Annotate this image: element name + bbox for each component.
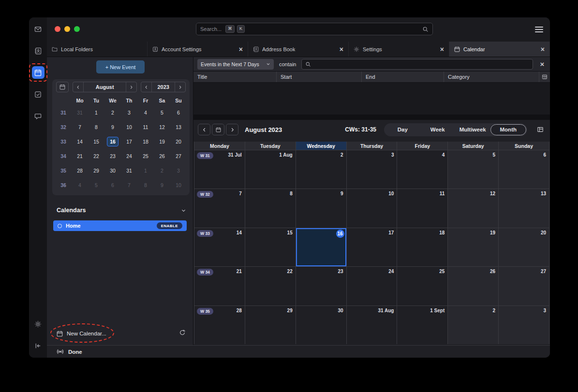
next-period-button[interactable]	[226, 124, 238, 135]
calendar-item-home[interactable]: HomeENABLE	[53, 220, 187, 231]
mini-day-cell[interactable]: 31	[121, 168, 137, 174]
mini-day-cell[interactable]: 10	[170, 182, 187, 188]
month-day-cell[interactable]: W 3131 Jul	[194, 150, 245, 189]
mini-day-cell[interactable]: 22	[88, 153, 104, 159]
month-day-cell[interactable]: 23	[296, 267, 347, 305]
tab-address-book[interactable]: Address Book×	[248, 42, 349, 57]
activity-mail-button[interactable]	[32, 23, 44, 35]
minimize-window-button[interactable]	[64, 26, 70, 32]
month-day-cell[interactable]: 15	[245, 228, 296, 266]
close-filter-button[interactable]: ×	[538, 60, 546, 68]
mini-day-cell[interactable]: 19	[154, 139, 170, 145]
month-day-cell[interactable]: 3	[499, 306, 549, 344]
mini-day-cell-selected[interactable]: 16	[104, 137, 121, 146]
month-day-cell[interactable]: W 3528	[194, 306, 245, 344]
month-day-cell[interactable]: 2	[296, 150, 347, 189]
new-calendar-button[interactable]: New Calendar...	[57, 329, 106, 338]
column-picker-button[interactable]	[539, 72, 550, 82]
month-day-cell[interactable]: 30	[296, 306, 347, 344]
enable-badge[interactable]: ENABLE	[157, 222, 182, 229]
activity-settings-button[interactable]	[32, 318, 44, 330]
month-day-cell[interactable]: W 3421	[194, 267, 245, 305]
close-window-button[interactable]	[55, 26, 60, 32]
mini-day-cell[interactable]: 2	[154, 168, 170, 174]
mini-day-cell[interactable]: 26	[154, 153, 170, 159]
mini-day-cell[interactable]: 18	[137, 139, 154, 145]
view-week-button[interactable]: Week	[420, 124, 456, 135]
activity-tasks-button[interactable]	[32, 88, 44, 101]
today-button[interactable]	[212, 124, 224, 135]
view-month-button[interactable]: Month	[490, 124, 527, 135]
mini-day-cell[interactable]: 23	[104, 153, 121, 159]
mini-day-cell[interactable]: 9	[104, 124, 121, 130]
mini-day-cell[interactable]: 14	[72, 139, 88, 145]
mini-day-cell[interactable]: 25	[137, 153, 154, 159]
mini-day-cell[interactable]: 31	[72, 110, 88, 116]
mini-day-cell[interactable]: 20	[170, 139, 187, 145]
zoom-window-button[interactable]	[74, 26, 80, 32]
new-event-button[interactable]: + New Event	[96, 60, 145, 73]
month-day-cell[interactable]: 18	[397, 228, 448, 266]
month-day-cell[interactable]: W 327	[194, 189, 245, 227]
mini-day-cell[interactable]: 8	[137, 182, 154, 188]
month-day-cell[interactable]: 20	[499, 228, 549, 266]
month-day-cell[interactable]: 31 Aug	[347, 306, 398, 344]
global-search-input[interactable]: Search... ⌘ K	[196, 23, 433, 35]
next-month-button[interactable]	[126, 82, 136, 92]
month-day-cell[interactable]: 2	[448, 306, 499, 344]
mini-day-cell[interactable]: 4	[72, 182, 88, 188]
next-year-button[interactable]	[175, 82, 185, 92]
mini-day-cell[interactable]: 5	[154, 110, 170, 116]
month-day-cell[interactable]: 22	[245, 267, 296, 305]
prev-month-button[interactable]	[73, 82, 84, 92]
mini-day-cell[interactable]: 4	[137, 110, 154, 116]
mini-day-cell[interactable]: 3	[121, 110, 137, 116]
mini-day-cell[interactable]: 15	[88, 139, 104, 145]
month-day-cell[interactable]: 5	[448, 150, 499, 189]
mini-day-cell[interactable]: 3	[170, 168, 187, 174]
month-day-cell[interactable]: 11	[397, 189, 448, 227]
month-day-cell-today[interactable]: 16	[296, 228, 347, 266]
month-day-cell[interactable]: 12	[448, 189, 499, 227]
activity-address-book-button[interactable]	[32, 44, 44, 57]
tab-calendar[interactable]: Calendar×	[449, 42, 550, 57]
month-day-cell[interactable]: 13	[499, 189, 549, 227]
month-day-cell[interactable]: 26	[448, 267, 499, 305]
column-header-category[interactable]: Category	[444, 72, 539, 82]
activity-chat-button[interactable]	[32, 110, 44, 122]
month-day-cell[interactable]: 4	[397, 150, 448, 189]
column-header-start[interactable]: Start	[277, 72, 362, 82]
mini-day-cell[interactable]: 1	[88, 110, 104, 116]
month-day-cell[interactable]: 27	[499, 267, 549, 305]
month-day-cell[interactable]: W 3314	[194, 228, 245, 266]
mini-day-cell[interactable]: 7	[121, 182, 137, 188]
activity-calendar-button[interactable]	[32, 66, 44, 79]
close-tab-icon[interactable]: ×	[541, 46, 545, 53]
activity-collapse-button[interactable]	[32, 339, 44, 352]
mini-day-cell[interactable]: 1	[137, 168, 154, 174]
mini-day-cell[interactable]: 10	[121, 124, 137, 130]
mini-day-cell[interactable]: 2	[104, 110, 121, 116]
month-day-cell[interactable]: 29	[245, 306, 296, 344]
month-day-cell[interactable]: 1 Aug	[245, 150, 296, 189]
mini-day-cell[interactable]: 13	[170, 124, 187, 130]
rotate-view-button[interactable]	[535, 124, 546, 135]
chevron-down-icon[interactable]	[181, 208, 186, 213]
mini-day-cell[interactable]: 9	[154, 182, 170, 188]
mini-day-cell[interactable]: 30	[104, 168, 121, 174]
event-search-input[interactable]	[301, 59, 533, 70]
prev-year-button[interactable]	[141, 82, 152, 92]
mini-day-cell[interactable]: 8	[88, 124, 104, 130]
mini-day-cell[interactable]: 6	[104, 182, 121, 188]
month-day-cell[interactable]: 9	[296, 189, 347, 227]
month-day-cell[interactable]: 25	[397, 267, 448, 305]
sync-calendars-button[interactable]	[178, 328, 187, 338]
month-day-cell[interactable]: 1 Sept	[397, 306, 448, 344]
mini-day-cell[interactable]: 29	[88, 168, 104, 174]
tab-account-settings[interactable]: Account Settings×	[148, 42, 248, 57]
column-header-end[interactable]: End	[362, 72, 444, 82]
mini-day-cell[interactable]: 17	[121, 139, 137, 145]
month-day-cell[interactable]: 17	[347, 228, 398, 266]
month-day-cell[interactable]: 24	[347, 267, 398, 305]
tab-local-folders[interactable]: Local Folders	[47, 42, 148, 57]
